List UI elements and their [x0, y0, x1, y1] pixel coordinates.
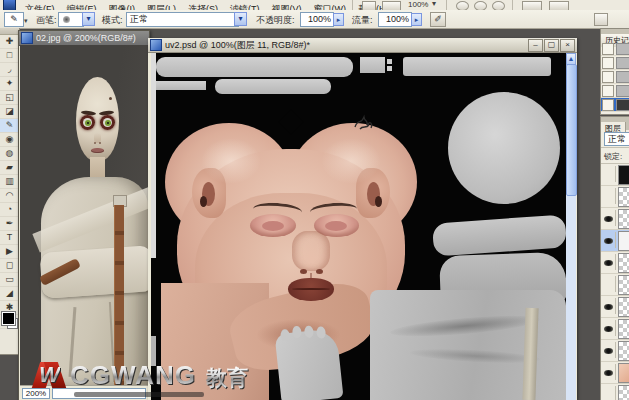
- blur-tool-icon: ◠: [6, 190, 14, 200]
- history-state-row[interactable]: [601, 56, 629, 70]
- scrollbar-thumb[interactable]: [566, 64, 577, 196]
- palette-well-icon[interactable]: [594, 13, 608, 26]
- history-source-checkbox[interactable]: [602, 57, 614, 69]
- eye-toggle[interactable]: [602, 188, 616, 204]
- shape-tool[interactable]: ◻: [0, 259, 19, 273]
- lip-line: [292, 288, 330, 290]
- opacity-input[interactable]: 100%: [300, 12, 334, 27]
- history-source-checkbox[interactable]: [602, 99, 614, 111]
- airbrush-toggle-icon[interactable]: ✐: [430, 12, 446, 27]
- zoom-percent-field[interactable]: 200%: [22, 388, 50, 399]
- layer-row[interactable]: [601, 186, 629, 208]
- slice-tool[interactable]: ◪: [0, 105, 19, 119]
- eyedropper-tool[interactable]: ◢: [0, 287, 19, 301]
- uv-canvas[interactable]: [151, 53, 566, 400]
- left-eye-socket: [80, 115, 95, 130]
- type-tool[interactable]: T: [0, 231, 19, 245]
- eye-toggle[interactable]: [602, 254, 616, 270]
- layer-row[interactable]: [601, 362, 629, 384]
- blend-mode-select[interactable]: 正常: [126, 12, 239, 27]
- layer-thumbnail[interactable]: [618, 253, 629, 273]
- reference-title-bar[interactable]: 02.jpg @ 200%(RGB/8#): [19, 31, 149, 46]
- layer-row[interactable]: [601, 340, 629, 362]
- layer-row[interactable]: [601, 318, 629, 340]
- lock-row: 锁定:: [601, 148, 629, 164]
- eye-toggle[interactable]: [602, 386, 616, 400]
- layer-thumbnail[interactable]: [618, 187, 629, 207]
- blur-tool[interactable]: ◠: [0, 189, 19, 203]
- gradient-tool[interactable]: ▥: [0, 175, 19, 189]
- eye-toggle[interactable]: [602, 276, 616, 292]
- tool-options-bar: ✎ ▾ 画笔: ▾ 模式: 正常 ▾ 不透明度: 100% ▸ 流量: 100%…: [0, 10, 629, 29]
- flow-spinner-icon[interactable]: ▸: [411, 13, 422, 26]
- opacity-spinner-icon[interactable]: ▸: [333, 13, 344, 26]
- rectangular-marquee-tool[interactable]: □: [0, 49, 19, 63]
- history-source-checkbox[interactable]: [602, 43, 614, 55]
- history-source-checkbox[interactable]: [602, 85, 614, 97]
- history-state-row[interactable]: [601, 84, 629, 98]
- active-tool-icon[interactable]: ✎: [4, 12, 24, 27]
- history-state-row[interactable]: [601, 42, 629, 56]
- eraser-tool[interactable]: ▰: [0, 161, 19, 175]
- eye-toggle[interactable]: [602, 298, 616, 314]
- layer-thumbnail[interactable]: [618, 209, 629, 229]
- magic-wand-tool[interactable]: ✦: [0, 77, 19, 91]
- toolbox-grip[interactable]: [0, 28, 19, 35]
- eye-toggle[interactable]: [602, 364, 616, 380]
- character-head: [76, 77, 119, 161]
- reference-document-window: 02.jpg @ 200%(RGB/8#): [18, 30, 150, 400]
- layer-row[interactable]: [601, 384, 629, 400]
- layer-thumbnail[interactable]: [618, 275, 629, 295]
- history-brush-tool[interactable]: ◍: [0, 147, 19, 161]
- pen-tool[interactable]: ✒: [0, 217, 19, 231]
- maximize-button[interactable]: ▢: [544, 39, 559, 52]
- layer-row[interactable]: [601, 164, 629, 186]
- move-tool[interactable]: ✚: [0, 35, 19, 49]
- layer-row[interactable]: [601, 208, 629, 230]
- history-state-row-selected[interactable]: [601, 98, 629, 112]
- zoom-dropdown-icon[interactable]: ▾: [432, 0, 436, 8]
- blend-mode-dropdown-icon[interactable]: ▾: [234, 12, 247, 26]
- path-select-tool[interactable]: ▶: [0, 245, 19, 259]
- eye-toggle[interactable]: [602, 232, 616, 248]
- eye-toggle[interactable]: [602, 342, 616, 358]
- clone-stamp-tool-icon: ◉: [6, 134, 14, 144]
- layer-row[interactable]: [601, 252, 629, 274]
- history-state-row[interactable]: [601, 70, 629, 84]
- foreground-color-swatch[interactable]: [2, 312, 15, 325]
- left-eyelid-texture: [250, 214, 296, 237]
- layer-row-selected[interactable]: [601, 230, 629, 252]
- dodge-tool[interactable]: ◔: [0, 203, 19, 217]
- layer-thumbnail[interactable]: [618, 363, 629, 383]
- tool-preset-dropdown-icon[interactable]: ▾: [24, 17, 28, 25]
- eye-toggle[interactable]: [602, 166, 616, 182]
- eye-toggle[interactable]: [602, 320, 616, 336]
- eye-toggle[interactable]: [602, 210, 616, 226]
- hand-tool-icon: ✱: [6, 302, 14, 312]
- history-source-checkbox[interactable]: [602, 71, 614, 83]
- vertical-scrollbar[interactable]: ▲: [566, 53, 576, 400]
- layer-row[interactable]: [601, 274, 629, 296]
- brush-picker-dropdown-icon[interactable]: ▾: [82, 12, 95, 26]
- minimize-button[interactable]: –: [528, 39, 543, 52]
- brush-preset-picker[interactable]: [58, 12, 84, 27]
- close-button[interactable]: ×: [560, 39, 575, 52]
- character-viewport[interactable]: [20, 45, 148, 385]
- layer-thumbnail[interactable]: [618, 341, 629, 361]
- move-tool-icon: ✚: [6, 36, 14, 46]
- flow-input[interactable]: 100%: [378, 12, 412, 27]
- layer-thumbnail[interactable]: [618, 319, 629, 339]
- layer-row[interactable]: [601, 296, 629, 318]
- layer-thumbnail[interactable]: [618, 297, 629, 317]
- crop-tool[interactable]: ◱: [0, 91, 19, 105]
- clone-stamp-tool[interactable]: ◉: [0, 133, 19, 147]
- layer-thumbnail[interactable]: [618, 165, 629, 185]
- brush-tool[interactable]: ✎: [0, 119, 19, 133]
- layer-thumbnail[interactable]: [618, 231, 629, 251]
- main-title-bar[interactable]: uv2.psd @ 100%(图层 11, RGB/8#)* – ▢ ×: [148, 38, 577, 53]
- notes-tool[interactable]: ▭: [0, 273, 19, 287]
- layer-thumbnail[interactable]: [618, 385, 629, 400]
- lasso-tool[interactable]: ◞: [0, 63, 19, 77]
- zoom-level-field[interactable]: 100%: [408, 0, 428, 9]
- layer-blend-mode-select[interactable]: 正常: [604, 132, 629, 146]
